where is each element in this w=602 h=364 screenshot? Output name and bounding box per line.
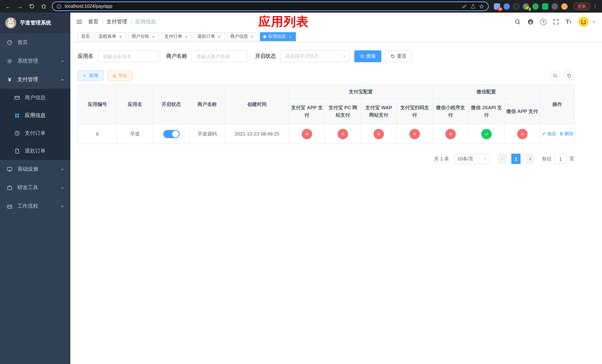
extension-icon-3[interactable]	[513, 3, 519, 10]
tab-merchant-info[interactable]: 商户信息	[227, 32, 258, 41]
toolbar-right	[550, 70, 574, 81]
address-bar[interactable]: localhost:1024/pay/app	[52, 1, 489, 11]
tab-close-icon[interactable]	[217, 34, 222, 39]
bookmark-star-icon[interactable]	[479, 3, 484, 9]
sidebar-item-label: 系统管理	[17, 58, 55, 64]
sidebar-item-refund-order[interactable]: 退款订单	[0, 142, 70, 160]
goto-page-input[interactable]	[555, 154, 567, 164]
back-icon[interactable]	[4, 2, 13, 11]
app-logo[interactable]: 芋道管理系统	[0, 13, 70, 33]
sidebar-item-dev-tools[interactable]: 研发工具	[0, 179, 70, 197]
chevron-down-icon	[342, 54, 346, 58]
tab-user-group[interactable]: 用户分组	[128, 32, 159, 41]
page-size-select[interactable]: 10条/页	[454, 154, 490, 164]
status-filter-label: 开启状态	[255, 53, 276, 60]
alipay-app-status-icon	[302, 129, 312, 139]
next-page-button[interactable]	[526, 154, 534, 164]
tab-close-icon[interactable]	[118, 34, 123, 39]
tab-close-icon[interactable]	[288, 34, 292, 39]
status-select[interactable]: 请选择开启状态	[280, 50, 350, 62]
tab-close-icon[interactable]	[250, 34, 255, 39]
page-number-button[interactable]: 1	[511, 154, 521, 164]
extension-icon-7[interactable]	[552, 3, 558, 10]
extension-badge: 1	[528, 7, 531, 11]
column-header-alipay-qr: 支付宝扫码支付	[397, 99, 433, 124]
sidebar-item-infrastructure[interactable]: 基础设施	[0, 160, 70, 179]
merchant-name-input[interactable]	[191, 50, 247, 62]
breadcrumb-home[interactable]: 首页	[88, 19, 98, 25]
site-info-icon[interactable]	[56, 3, 62, 9]
sidebar-item-label: 支付管理	[17, 76, 55, 83]
tab-close-icon[interactable]	[151, 34, 156, 39]
export-button[interactable]: 导出	[107, 70, 133, 81]
tab-process-form[interactable]: 流程表单	[95, 32, 126, 41]
sidebar-item-payment-order[interactable]: 支付订单	[0, 124, 70, 142]
edit-button[interactable]: 修改	[542, 131, 556, 137]
fullscreen-icon[interactable]	[553, 19, 559, 25]
refresh-table-button[interactable]	[564, 70, 574, 81]
status-toggle[interactable]	[163, 130, 179, 138]
search-button[interactable]: 搜索	[354, 50, 381, 62]
browser-nav-buttons	[4, 2, 48, 11]
prev-page-button[interactable]	[498, 154, 506, 164]
delete-button[interactable]: 删除	[559, 131, 573, 137]
extension-icon-4[interactable]: 1	[523, 3, 529, 10]
profile-avatar-icon[interactable]	[561, 3, 568, 10]
sidebar-item-payment[interactable]: 支付管理	[0, 70, 70, 89]
search-icon	[360, 54, 364, 58]
search-icon[interactable]	[514, 19, 521, 25]
app-name-input[interactable]	[98, 50, 159, 62]
help-icon[interactable]	[540, 19, 547, 25]
home-icon[interactable]	[39, 2, 48, 11]
table-toolbar: 新增 导出	[78, 70, 574, 81]
extension-icon-5[interactable]	[532, 3, 539, 10]
extension-icon-6[interactable]	[542, 3, 548, 10]
toggle-knob	[172, 130, 179, 137]
sidebar-item-home[interactable]: 首页	[0, 33, 70, 52]
sidebar-item-label: 退款订单	[25, 148, 64, 154]
sidebar-item-merchant-info[interactable]: 商户信息	[0, 89, 70, 107]
extension-icon-1[interactable]: 10	[494, 3, 500, 10]
tab-refund-order[interactable]: 退款订单	[194, 32, 225, 41]
reload-icon[interactable]	[27, 2, 36, 11]
cell-alipay-wap	[361, 124, 397, 144]
tab-app-info[interactable]: 应用信息	[260, 32, 296, 41]
reset-button[interactable]: 重置	[385, 50, 412, 62]
url-text: localhost:1024/pay/app	[65, 4, 112, 9]
sidebar-item-app-info[interactable]: 应用信息	[0, 107, 70, 124]
breadcrumb-separator: /	[102, 19, 103, 25]
column-header-app-id: 应用编号	[78, 85, 117, 124]
extension-icon-2[interactable]	[504, 3, 510, 10]
top-navbar: 首页 / 支付管理 / 应用信息 应用列表	[70, 13, 602, 31]
tab-payment-order[interactable]: 支付订单	[161, 32, 192, 41]
add-button[interactable]: 新增	[78, 70, 103, 81]
sidebar-item-label: 研发工具	[17, 184, 55, 191]
sidebar-item-workflow[interactable]: 工作流程	[0, 197, 70, 215]
browser-menu-icon[interactable]	[592, 3, 598, 10]
github-icon[interactable]	[527, 19, 534, 25]
tab-close-icon[interactable]	[184, 34, 189, 39]
sidebar-toggle-icon[interactable]	[75, 18, 83, 26]
wechat-app-status-icon	[517, 129, 527, 139]
share-icon[interactable]	[470, 3, 476, 9]
user-avatar[interactable]	[578, 16, 589, 27]
browser-toolbar: localhost:1024/pay/app 10 1 更新	[0, 0, 602, 13]
password-key-icon[interactable]	[462, 3, 467, 9]
forward-icon[interactable]	[16, 2, 24, 11]
chevron-down-icon	[60, 204, 64, 208]
tab-home[interactable]: 首页	[78, 32, 93, 41]
font-size-icon[interactable]	[566, 19, 572, 25]
tab-label: 用户分组	[131, 33, 149, 40]
sidebar-menu: 首页 系统管理 支付管理	[0, 33, 70, 215]
cell-actions: 修改 删除	[540, 124, 574, 144]
cell-wechat-jsapi	[469, 124, 505, 144]
breadcrumb-section[interactable]: 支付管理	[107, 19, 127, 25]
sidebar-item-system[interactable]: 系统管理	[0, 52, 70, 70]
alipay-pc-status-icon	[338, 129, 348, 139]
app-title: 芋道管理系统	[20, 20, 51, 26]
toggle-search-button[interactable]	[550, 70, 560, 81]
monitor-icon	[7, 166, 13, 172]
browser-update-button[interactable]: 更新	[573, 3, 590, 10]
column-header-app-name: 应用名	[117, 85, 153, 124]
avatar-caret-down-icon[interactable]	[592, 20, 596, 24]
